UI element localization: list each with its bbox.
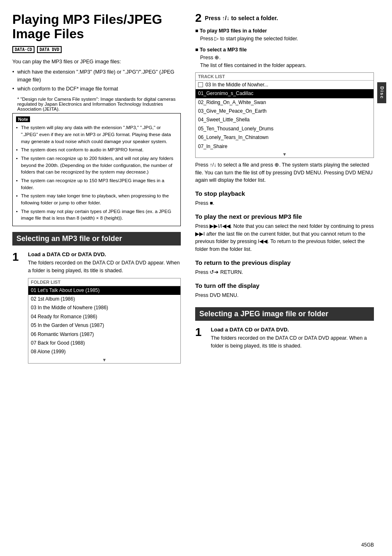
stop-section: To stop playback Press ■. xyxy=(195,190,374,207)
note-item-6: The system may not play certain types of… xyxy=(16,208,177,222)
step1-jpeg-title: Load a DATA CD or DATA DVD. xyxy=(211,327,374,333)
track-list-box: TRACK LIST 03 In the Middle of Nowher...… xyxy=(195,72,374,158)
turnoff-title: To turn off the display xyxy=(195,282,374,289)
folder-list-item-8: 08 Alone (1999) xyxy=(28,348,180,356)
note-item-5: The system may take longer time to playb… xyxy=(16,192,177,206)
to-select-mp3-body1: Press ⊕. xyxy=(200,54,374,62)
track-item-6: 06_Lonely_Tears_In_Chinatown xyxy=(196,133,374,142)
track-current-text: 03 In the Middle of Nowher... xyxy=(205,82,268,88)
step1-body: The folders recorded on the DATA CD or D… xyxy=(28,259,181,275)
note-list: The system will play any data with the e… xyxy=(16,124,177,222)
asterisk-note: * "Design rule for Camera File system": … xyxy=(17,97,181,111)
folder-list-item-6: 06 Romantic Warriors (1987) xyxy=(28,330,180,339)
to-select-mp3-body2: The list of files contained in the folde… xyxy=(200,62,374,70)
folder-list-item-2: 02 1st Album (1986) xyxy=(28,295,180,303)
section1-heading: Selecting an MP3 file or folder xyxy=(12,232,181,246)
step2-title: Press ↑/↓ to select a folder. xyxy=(205,15,278,21)
intro-text: You can play the MP3 files or JPEG image… xyxy=(12,58,181,66)
badge-data-cd: DATA·CD xyxy=(12,46,35,53)
track-item-3: 03_Give_Me_Peace_On_Earth xyxy=(196,107,374,116)
badges-row: DATA·CD DATA DVD xyxy=(12,46,181,53)
disc-tab: Disc xyxy=(377,82,386,103)
track-item-5: 05_Ten_Thousand_Lonely_Drums xyxy=(196,125,374,133)
step1-jpeg: 1 Load a DATA CD or DATA DVD. The folder… xyxy=(195,327,374,350)
track-item-7: 07_In_Shaire xyxy=(196,142,374,151)
step2-header: 2 Press ↑/↓ to select a folder. xyxy=(195,12,374,24)
bullet-list: which have the extension ".MP3" (MP3 fil… xyxy=(12,68,181,93)
to-play-mp3-title: To play MP3 files in a folder xyxy=(195,28,374,34)
step1-title: Load a DATA CD or DATA DVD. xyxy=(28,251,181,257)
note-item-1: The system will play any data with the e… xyxy=(16,124,177,145)
bullet-item-2: which conform to the DCF* image file for… xyxy=(12,85,181,93)
track-current: 03 In the Middle of Nowher... xyxy=(196,81,374,89)
turnoff-body: Press DVD MENU. xyxy=(195,292,374,299)
step1-jpeg-number: 1 xyxy=(195,327,207,350)
track-list-more: ▼ xyxy=(196,151,374,158)
right-column: Disc 2 Press ↑/↓ to select a folder. To … xyxy=(189,0,386,556)
stop-body: Press ■. xyxy=(195,199,374,207)
track-list-title: TRACK LIST xyxy=(196,73,374,81)
folder-list-more: ▼ xyxy=(28,357,180,363)
note-box: Note The system will play any data with … xyxy=(12,113,181,226)
folder-list-item-5: 05 In the Garden of Venus (1987) xyxy=(28,321,180,330)
track-item-4: 04_Sweet_Little_Shella xyxy=(196,116,374,124)
return-body: Press ↺➔ RETURN. xyxy=(195,269,374,276)
to-play-mp3-block: To play MP3 files in a folder Press ▷ to… xyxy=(195,28,374,43)
stop-title: To stop playback xyxy=(195,190,374,197)
note-item-2: The system does not conform to audio in … xyxy=(16,146,177,153)
left-column: Playing MP3 Files/JPEG Image Files DATA·… xyxy=(0,0,189,556)
next-prev-title: To play the next or previous MP3 file xyxy=(195,213,374,220)
step2-number: 2 xyxy=(195,12,202,24)
note-item-3: The system can recognize up to 200 folde… xyxy=(16,155,177,176)
folder-list-box: FOLDER LIST 01 Let's Talk About Love (19… xyxy=(28,278,181,364)
folder-list-title: FOLDER LIST xyxy=(28,278,180,286)
note-label: Note xyxy=(16,116,30,122)
bullet-item-1: which have the extension ".MP3" (MP3 fil… xyxy=(12,68,181,84)
badge-data-dvd: DATA DVD xyxy=(37,46,62,53)
return-title: To return to the previous display xyxy=(195,259,374,266)
step1-jpeg-content: Load a DATA CD or DATA DVD. The folders … xyxy=(211,327,374,350)
to-select-mp3-block: To select a MP3 file Press ⊕. The list o… xyxy=(195,47,374,70)
to-play-mp3-body: Press ▷ to start playing the selected fo… xyxy=(200,35,374,43)
folder-list-item-3: 03 In the Middle of Nowhere (1986) xyxy=(28,303,180,312)
section2-heading: Selecting a JPEG image file or folder xyxy=(195,307,374,321)
step1-number: 1 xyxy=(12,251,24,367)
main-title: Playing MP3 Files/JPEG Image Files xyxy=(12,12,181,41)
folder-list-item-4: 04 Ready for Romance (1986) xyxy=(28,313,180,321)
to-select-mp3-title: To select a MP3 file xyxy=(195,47,374,53)
step1-content: Load a DATA CD or DATA DVD. The folders … xyxy=(28,251,181,367)
step1: 1 Load a DATA CD or DATA DVD. The folder… xyxy=(12,251,181,367)
turnoff-section: To turn off the display Press DVD MENU. xyxy=(195,282,374,299)
folder-list-item-7: 07 Back for Good (1988) xyxy=(28,339,180,348)
track-item-2: 02_Riding_On_A_White_Swan xyxy=(196,98,374,107)
page-container: Playing MP3 Files/JPEG Image Files DATA·… xyxy=(0,0,392,556)
page-number: 45GB xyxy=(361,542,374,548)
return-section: To return to the previous display Press … xyxy=(195,259,374,276)
next-prev-body: Press ▶▶I/I◀◀. Note that you can select … xyxy=(195,222,374,253)
next-prev-section: To play the next or previous MP3 file Pr… xyxy=(195,213,374,253)
step1-jpeg-body: The folders recorded on the DATA CD or D… xyxy=(211,334,374,350)
track-item-1: 01_Geronimo_s_Cadillac xyxy=(196,89,374,98)
step2-container: 2 Press ↑/↓ to select a folder. To play … xyxy=(195,12,374,184)
folder-list-item-1: 01 Let's Talk About Love (1985) xyxy=(28,286,180,295)
track-checkbox xyxy=(198,82,203,87)
after-track-text: Press ↑/↓ to select a file and press ⊕. … xyxy=(195,161,374,184)
note-item-4: The system can recognize up to 150 MP3 f… xyxy=(16,177,177,191)
